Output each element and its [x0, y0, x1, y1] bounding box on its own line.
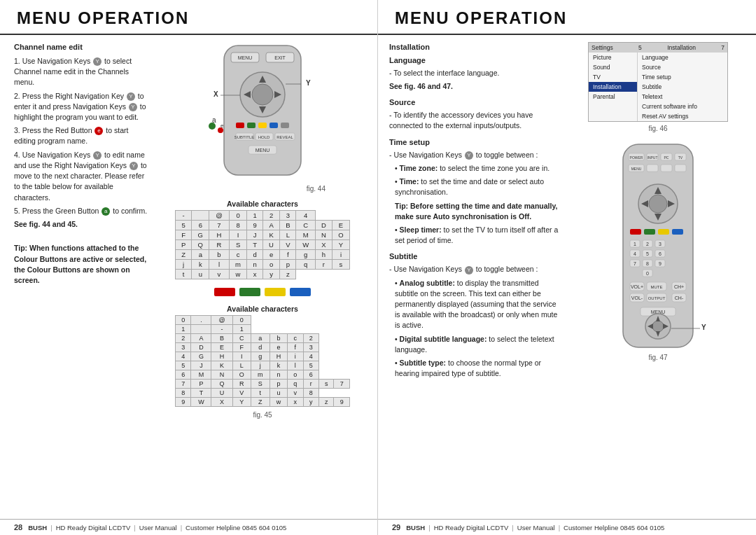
- svg-text:6: 6: [659, 251, 662, 256]
- menu-settings-label: Settings: [592, 44, 613, 51]
- svg-rect-45: [675, 165, 686, 172]
- time-point: • Time: to set the time and date or sele…: [395, 176, 561, 197]
- left-footer: 28 BUSH | HD Ready Digital LCDTV | User …: [0, 519, 377, 535]
- menu-body: Picture Sound TV Installation Parental L…: [589, 53, 727, 121]
- svg-text:INPUT: INPUT: [648, 155, 658, 160]
- svg-text:CH+: CH+: [674, 284, 684, 289]
- subtitle-section: Subtitle - Use Navigation Keys Y to togg…: [389, 251, 561, 379]
- svg-text:X: X: [214, 90, 218, 98]
- menu-right-software: Current software info: [638, 102, 727, 111]
- step5: 5. Press the Green Button a to confirm.: [14, 206, 148, 216]
- svg-text:MENU: MENU: [238, 55, 253, 60]
- svg-text:9: 9: [659, 261, 662, 266]
- fig44-container: MENU EXIT X: [186, 42, 340, 195]
- svg-text:VOL+: VOL+: [631, 284, 643, 289]
- svg-point-16: [209, 123, 216, 130]
- right-title: MENU OPERATION: [395, 8, 739, 28]
- source-section: Source - To identify the accessory devic…: [389, 97, 561, 131]
- right-illustration-column: Settings 5 Installation 7 Picture Sound …: [567, 42, 749, 519]
- menu-top-num1: 5: [638, 44, 642, 51]
- left-title: MENU OPERATION: [17, 8, 360, 28]
- step4: 4. Use Navigation Keys Y to edit name an…: [14, 150, 148, 203]
- installation-heading: Installation: [389, 42, 561, 53]
- footer-helpline-right: Customer Helpline 0845 604 0105: [564, 524, 664, 531]
- timesetup-heading: Time setup: [389, 137, 561, 148]
- left-page-header: MENU OPERATION: [0, 0, 377, 35]
- left-page-number: 28: [14, 523, 22, 531]
- svg-rect-44: [661, 165, 672, 172]
- tip-colour-buttons: Tip: When functions attached to the Colo…: [14, 243, 148, 286]
- svg-text:Y: Y: [701, 324, 706, 331]
- subtitle-intro: - Use Navigation Keys Y to toggle betwee…: [389, 264, 561, 275]
- svg-text:POWER: POWER: [630, 155, 643, 160]
- svg-rect-19: [236, 123, 244, 128]
- fig44-label: fig. 44: [186, 185, 340, 193]
- menu-item-picture: Picture: [589, 53, 637, 62]
- timesetup-intro: - Use Navigation Keys Y to toggle betwee…: [389, 150, 561, 160]
- menu-installation-label: Installation: [667, 44, 696, 51]
- footer-tv-model-left: HD Ready Digital LCDTV: [56, 524, 131, 531]
- menu-left-column: Picture Sound TV Installation Parental: [589, 53, 638, 121]
- avail-chars-label1: Available characters: [175, 200, 350, 208]
- menu-right-teletext: Teletext: [638, 92, 727, 102]
- see-fig-44-45: See fig. 44 and 45.: [14, 219, 148, 230]
- right-page: MENU OPERATION Installation Language - T…: [378, 0, 756, 535]
- svg-text:8: 8: [646, 261, 649, 266]
- svg-rect-55: [672, 229, 683, 235]
- svg-point-6: [252, 84, 273, 105]
- footer-brand-right: BUSH: [406, 524, 425, 531]
- fig46-menu-screenshot: Settings 5 Installation 7 Picture Sound …: [588, 42, 728, 122]
- svg-rect-52: [630, 229, 641, 235]
- menu-item-sound: Sound: [589, 62, 637, 72]
- svg-rect-20: [247, 123, 255, 128]
- language-section: Language - To select the interface langu…: [389, 55, 561, 92]
- fig47-container: POWER INPUT PC TV MENU: [602, 141, 714, 352]
- svg-rect-43: [647, 165, 658, 172]
- svg-rect-54: [658, 229, 669, 235]
- digital-lang-point: • Digital subtitle language: to select t…: [395, 334, 561, 355]
- svg-point-47: [649, 195, 667, 213]
- svg-text:7: 7: [634, 261, 636, 266]
- footer-brand-left: BUSH: [28, 524, 47, 531]
- menu-item-parental: Parental: [589, 92, 637, 102]
- char-table-2: 0.@0 1-1 2ABCabc2 3DEFdef3 4GHIgHi4 5JKL…: [175, 315, 350, 407]
- menu-right-source: Source: [638, 62, 727, 72]
- avail-chars-label2: Available characters: [175, 305, 350, 313]
- timezone-point: • Time zone: to select the time zone you…: [395, 163, 561, 174]
- svg-text:2: 2: [646, 242, 649, 246]
- subtitle-type-point: • Subtitle type: to choose the normal ty…: [395, 358, 561, 379]
- left-page: MENU OPERATION Channel name edit 1. Use …: [0, 0, 378, 535]
- menu-right-language: Language: [638, 53, 727, 62]
- step2: 2. Press the Right Navigation Key Y to e…: [14, 91, 148, 123]
- svg-rect-53: [644, 229, 655, 235]
- source-heading: Source: [389, 97, 561, 109]
- menu-item-tv: TV: [589, 72, 637, 82]
- footer-manual-right: User Manual: [517, 524, 555, 531]
- fig45-label: fig. 45: [253, 411, 272, 419]
- analog-subtitle-point: • Analog subtitle: to display the transm…: [395, 278, 561, 331]
- svg-text:3: 3: [659, 242, 662, 246]
- svg-text:MENU: MENU: [631, 167, 642, 171]
- svg-text:REVEAL: REVEAL: [276, 135, 293, 139]
- footer-manual-left: User Manual: [139, 524, 177, 531]
- subtitle-heading: Subtitle: [389, 251, 561, 263]
- channel-name-edit-heading: Channel name edit: [14, 42, 148, 53]
- svg-text:OUTPUT: OUTPUT: [648, 296, 666, 300]
- svg-text:TV: TV: [678, 155, 683, 160]
- colour-buttons-row: [214, 288, 311, 296]
- available-chars-table1: Available characters -@01234 56789ABCDE …: [175, 200, 350, 279]
- svg-text:EXIT: EXIT: [274, 55, 286, 60]
- svg-text:CH-: CH-: [675, 296, 684, 300]
- svg-text:PC: PC: [664, 155, 669, 160]
- timesetup-tip: Tip: Before setting the time and date ma…: [395, 201, 561, 222]
- fig44-remote-svg: MENU EXIT X: [186, 42, 340, 182]
- menu-right-subtitle: Subtitle: [638, 82, 727, 92]
- lang-text: - To select the interface language.: [389, 68, 561, 78]
- svg-text:VOL-: VOL-: [631, 296, 643, 300]
- step3: 3. Press the Red Button e to start editi…: [14, 125, 148, 146]
- right-text-column: Installation Language - To select the in…: [378, 42, 567, 519]
- svg-text:HOLD: HOLD: [258, 135, 270, 139]
- svg-text:0: 0: [646, 271, 649, 276]
- see-fig-46-47: See fig. 46 and 47.: [389, 81, 561, 92]
- menu-right-reset: Reset AV settings: [638, 111, 727, 121]
